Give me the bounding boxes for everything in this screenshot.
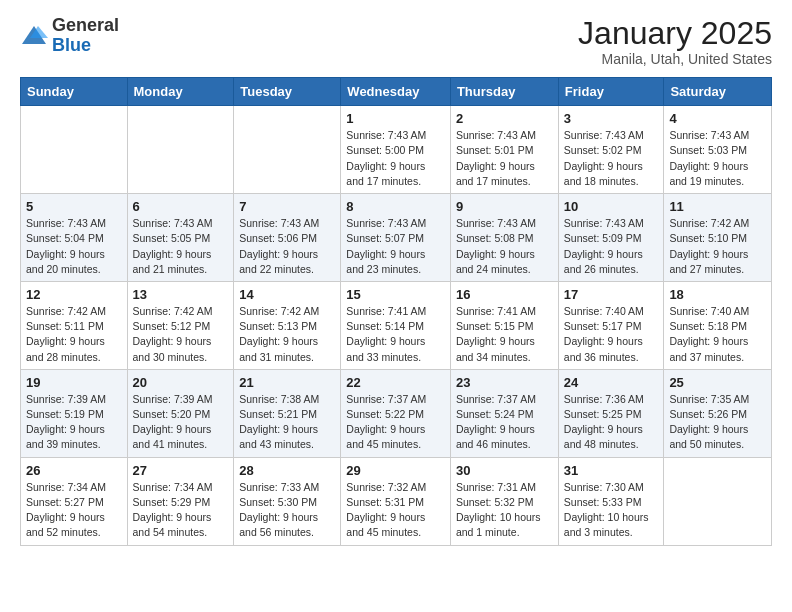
- week-row-1: 1Sunrise: 7:43 AM Sunset: 5:00 PM Daylig…: [21, 106, 772, 194]
- day-number: 3: [564, 111, 659, 126]
- day-cell: 4Sunrise: 7:43 AM Sunset: 5:03 PM Daylig…: [664, 106, 772, 194]
- day-cell: 17Sunrise: 7:40 AM Sunset: 5:17 PM Dayli…: [558, 281, 664, 369]
- day-cell: 8Sunrise: 7:43 AM Sunset: 5:07 PM Daylig…: [341, 194, 451, 282]
- day-number: 28: [239, 463, 335, 478]
- day-header-thursday: Thursday: [450, 78, 558, 106]
- day-number: 10: [564, 199, 659, 214]
- day-info: Sunrise: 7:42 AM Sunset: 5:11 PM Dayligh…: [26, 304, 122, 365]
- day-info: Sunrise: 7:43 AM Sunset: 5:09 PM Dayligh…: [564, 216, 659, 277]
- day-cell: [664, 457, 772, 545]
- calendar-table: SundayMondayTuesdayWednesdayThursdayFrid…: [20, 77, 772, 545]
- title-block: January 2025 Manila, Utah, United States: [578, 16, 772, 67]
- day-header-friday: Friday: [558, 78, 664, 106]
- logo-icon: [20, 22, 48, 50]
- day-info: Sunrise: 7:39 AM Sunset: 5:19 PM Dayligh…: [26, 392, 122, 453]
- day-cell: 19Sunrise: 7:39 AM Sunset: 5:19 PM Dayli…: [21, 369, 128, 457]
- logo: General Blue: [20, 16, 119, 56]
- day-cell: 30Sunrise: 7:31 AM Sunset: 5:32 PM Dayli…: [450, 457, 558, 545]
- day-info: Sunrise: 7:31 AM Sunset: 5:32 PM Dayligh…: [456, 480, 553, 541]
- day-number: 5: [26, 199, 122, 214]
- logo-text: General Blue: [52, 16, 119, 56]
- day-info: Sunrise: 7:43 AM Sunset: 5:05 PM Dayligh…: [133, 216, 229, 277]
- day-cell: 3Sunrise: 7:43 AM Sunset: 5:02 PM Daylig…: [558, 106, 664, 194]
- day-cell: 7Sunrise: 7:43 AM Sunset: 5:06 PM Daylig…: [234, 194, 341, 282]
- day-number: 6: [133, 199, 229, 214]
- week-row-4: 19Sunrise: 7:39 AM Sunset: 5:19 PM Dayli…: [21, 369, 772, 457]
- day-info: Sunrise: 7:41 AM Sunset: 5:14 PM Dayligh…: [346, 304, 445, 365]
- day-cell: 18Sunrise: 7:40 AM Sunset: 5:18 PM Dayli…: [664, 281, 772, 369]
- day-info: Sunrise: 7:40 AM Sunset: 5:18 PM Dayligh…: [669, 304, 766, 365]
- day-info: Sunrise: 7:38 AM Sunset: 5:21 PM Dayligh…: [239, 392, 335, 453]
- page: General Blue January 2025 Manila, Utah, …: [0, 0, 792, 612]
- logo-blue-text: Blue: [52, 35, 91, 55]
- day-info: Sunrise: 7:37 AM Sunset: 5:22 PM Dayligh…: [346, 392, 445, 453]
- day-info: Sunrise: 7:42 AM Sunset: 5:12 PM Dayligh…: [133, 304, 229, 365]
- day-number: 23: [456, 375, 553, 390]
- day-info: Sunrise: 7:41 AM Sunset: 5:15 PM Dayligh…: [456, 304, 553, 365]
- day-cell: 24Sunrise: 7:36 AM Sunset: 5:25 PM Dayli…: [558, 369, 664, 457]
- day-info: Sunrise: 7:34 AM Sunset: 5:27 PM Dayligh…: [26, 480, 122, 541]
- day-number: 30: [456, 463, 553, 478]
- day-header-tuesday: Tuesday: [234, 78, 341, 106]
- day-cell: 6Sunrise: 7:43 AM Sunset: 5:05 PM Daylig…: [127, 194, 234, 282]
- day-info: Sunrise: 7:42 AM Sunset: 5:13 PM Dayligh…: [239, 304, 335, 365]
- day-cell: 13Sunrise: 7:42 AM Sunset: 5:12 PM Dayli…: [127, 281, 234, 369]
- week-row-5: 26Sunrise: 7:34 AM Sunset: 5:27 PM Dayli…: [21, 457, 772, 545]
- day-info: Sunrise: 7:30 AM Sunset: 5:33 PM Dayligh…: [564, 480, 659, 541]
- day-info: Sunrise: 7:34 AM Sunset: 5:29 PM Dayligh…: [133, 480, 229, 541]
- day-info: Sunrise: 7:43 AM Sunset: 5:03 PM Dayligh…: [669, 128, 766, 189]
- day-info: Sunrise: 7:43 AM Sunset: 5:08 PM Dayligh…: [456, 216, 553, 277]
- day-cell: 26Sunrise: 7:34 AM Sunset: 5:27 PM Dayli…: [21, 457, 128, 545]
- day-info: Sunrise: 7:36 AM Sunset: 5:25 PM Dayligh…: [564, 392, 659, 453]
- day-cell: 15Sunrise: 7:41 AM Sunset: 5:14 PM Dayli…: [341, 281, 451, 369]
- day-info: Sunrise: 7:35 AM Sunset: 5:26 PM Dayligh…: [669, 392, 766, 453]
- day-info: Sunrise: 7:43 AM Sunset: 5:00 PM Dayligh…: [346, 128, 445, 189]
- day-number: 7: [239, 199, 335, 214]
- day-number: 11: [669, 199, 766, 214]
- day-cell: 14Sunrise: 7:42 AM Sunset: 5:13 PM Dayli…: [234, 281, 341, 369]
- day-number: 14: [239, 287, 335, 302]
- day-number: 31: [564, 463, 659, 478]
- logo-general-text: General: [52, 15, 119, 35]
- day-info: Sunrise: 7:39 AM Sunset: 5:20 PM Dayligh…: [133, 392, 229, 453]
- day-number: 19: [26, 375, 122, 390]
- day-number: 25: [669, 375, 766, 390]
- day-info: Sunrise: 7:40 AM Sunset: 5:17 PM Dayligh…: [564, 304, 659, 365]
- day-info: Sunrise: 7:43 AM Sunset: 5:01 PM Dayligh…: [456, 128, 553, 189]
- day-info: Sunrise: 7:43 AM Sunset: 5:04 PM Dayligh…: [26, 216, 122, 277]
- day-number: 22: [346, 375, 445, 390]
- day-cell: 10Sunrise: 7:43 AM Sunset: 5:09 PM Dayli…: [558, 194, 664, 282]
- day-info: Sunrise: 7:43 AM Sunset: 5:07 PM Dayligh…: [346, 216, 445, 277]
- day-number: 9: [456, 199, 553, 214]
- day-cell: 23Sunrise: 7:37 AM Sunset: 5:24 PM Dayli…: [450, 369, 558, 457]
- day-cell: 12Sunrise: 7:42 AM Sunset: 5:11 PM Dayli…: [21, 281, 128, 369]
- day-number: 16: [456, 287, 553, 302]
- day-number: 26: [26, 463, 122, 478]
- day-number: 12: [26, 287, 122, 302]
- day-number: 17: [564, 287, 659, 302]
- day-number: 24: [564, 375, 659, 390]
- day-cell: 1Sunrise: 7:43 AM Sunset: 5:00 PM Daylig…: [341, 106, 451, 194]
- day-cell: 28Sunrise: 7:33 AM Sunset: 5:30 PM Dayli…: [234, 457, 341, 545]
- day-number: 13: [133, 287, 229, 302]
- day-cell: 25Sunrise: 7:35 AM Sunset: 5:26 PM Dayli…: [664, 369, 772, 457]
- day-number: 21: [239, 375, 335, 390]
- day-info: Sunrise: 7:43 AM Sunset: 5:02 PM Dayligh…: [564, 128, 659, 189]
- week-row-3: 12Sunrise: 7:42 AM Sunset: 5:11 PM Dayli…: [21, 281, 772, 369]
- day-number: 2: [456, 111, 553, 126]
- day-header-monday: Monday: [127, 78, 234, 106]
- day-cell: 20Sunrise: 7:39 AM Sunset: 5:20 PM Dayli…: [127, 369, 234, 457]
- day-info: Sunrise: 7:42 AM Sunset: 5:10 PM Dayligh…: [669, 216, 766, 277]
- day-cell: 9Sunrise: 7:43 AM Sunset: 5:08 PM Daylig…: [450, 194, 558, 282]
- day-info: Sunrise: 7:32 AM Sunset: 5:31 PM Dayligh…: [346, 480, 445, 541]
- day-cell: [234, 106, 341, 194]
- day-number: 27: [133, 463, 229, 478]
- day-cell: 2Sunrise: 7:43 AM Sunset: 5:01 PM Daylig…: [450, 106, 558, 194]
- calendar-location: Manila, Utah, United States: [578, 51, 772, 67]
- day-cell: 22Sunrise: 7:37 AM Sunset: 5:22 PM Dayli…: [341, 369, 451, 457]
- day-cell: 21Sunrise: 7:38 AM Sunset: 5:21 PM Dayli…: [234, 369, 341, 457]
- day-cell: 29Sunrise: 7:32 AM Sunset: 5:31 PM Dayli…: [341, 457, 451, 545]
- header: General Blue January 2025 Manila, Utah, …: [20, 16, 772, 67]
- day-info: Sunrise: 7:33 AM Sunset: 5:30 PM Dayligh…: [239, 480, 335, 541]
- day-number: 20: [133, 375, 229, 390]
